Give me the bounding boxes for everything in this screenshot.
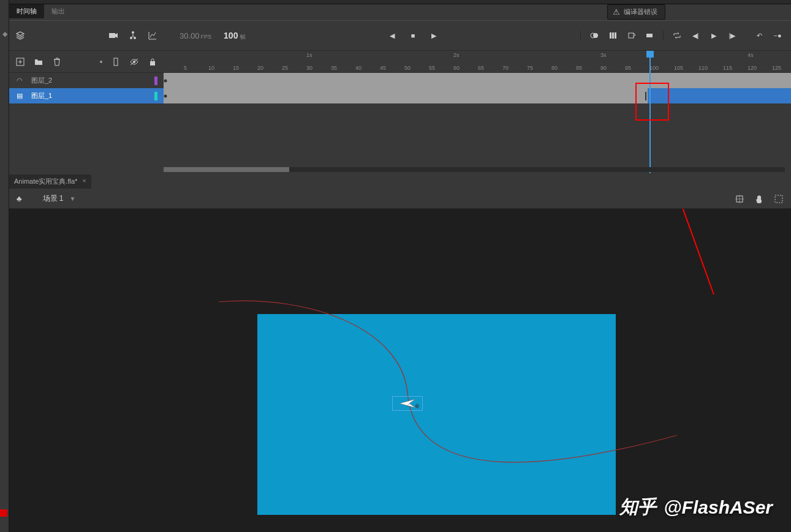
parenting-icon[interactable] bbox=[128, 31, 138, 40]
ruler-tick: 20 bbox=[257, 65, 263, 71]
ruler-tick: 35 bbox=[331, 65, 337, 71]
layer-row[interactable]: ▤图层_1 bbox=[9, 88, 164, 103]
compiler-errors-badge[interactable]: ⚠ 编译器错误 bbox=[607, 4, 665, 20]
stop-icon[interactable]: ■ bbox=[408, 31, 418, 40]
clip-stage-icon[interactable] bbox=[735, 194, 744, 204]
svg-rect-7 bbox=[612, 32, 614, 39]
ruler-tick: 50 bbox=[404, 65, 411, 71]
ruler-tick: 70 bbox=[502, 65, 509, 71]
ruler-second: 4s bbox=[747, 52, 754, 58]
document-tab[interactable]: Animate实用宝典.fla* × bbox=[9, 174, 91, 189]
reg-point-icon: ⊕ bbox=[415, 403, 420, 409]
ruler-second: 2s bbox=[453, 52, 460, 58]
svg-line-18 bbox=[659, 209, 714, 294]
svg-rect-9 bbox=[629, 33, 634, 38]
layer-color-swatch[interactable] bbox=[154, 92, 157, 100]
edit-scene-icon[interactable]: ♣ bbox=[17, 194, 22, 203]
panel-tabs: 时间轴 输出 ⚠ 编译器错误 bbox=[9, 4, 791, 20]
svg-point-1 bbox=[132, 31, 134, 34]
step-back-icon[interactable]: ◀| bbox=[691, 31, 700, 40]
marker-icon[interactable] bbox=[626, 31, 636, 40]
layer-color-swatch[interactable] bbox=[154, 77, 157, 85]
scene-label: 场景 1 bbox=[43, 193, 64, 204]
ruler-tick: 25 bbox=[282, 65, 288, 71]
step-fwd-icon[interactable]: |▶ bbox=[727, 31, 737, 40]
scrollbar-thumb[interactable] bbox=[164, 167, 289, 172]
ruler-tick: 95 bbox=[625, 65, 631, 71]
tool-slot[interactable]: ◆ bbox=[0, 24, 9, 43]
fps-display[interactable]: 30.00 FPS bbox=[180, 31, 211, 40]
fit-stage-icon[interactable] bbox=[774, 194, 784, 204]
layer-name[interactable]: 图层_1 bbox=[29, 91, 149, 100]
undo-icon[interactable]: ↶ bbox=[754, 31, 764, 40]
warning-icon: ⚠ bbox=[613, 7, 620, 17]
outline-icon[interactable] bbox=[111, 57, 121, 67]
chevron-down-icon: ▼ bbox=[70, 195, 76, 202]
timeline-scrollbar[interactable] bbox=[164, 167, 785, 172]
scene-bar: ♣ 场景 1 ▼ bbox=[9, 189, 791, 209]
tab-timeline[interactable]: 时间轴 bbox=[9, 4, 44, 18]
track-layer-2[interactable] bbox=[164, 73, 791, 88]
tab-output[interactable]: 输出 bbox=[44, 4, 72, 18]
layer-name[interactable]: 图层_2 bbox=[29, 76, 149, 85]
highlight-dot-icon[interactable] bbox=[100, 61, 102, 63]
ruler-tick: 5 bbox=[184, 65, 187, 71]
ruler-tick: 100 bbox=[649, 65, 659, 71]
scene-selector[interactable]: 场景 1 ▼ bbox=[43, 193, 76, 204]
svg-point-5 bbox=[593, 33, 598, 38]
camera-icon[interactable] bbox=[108, 31, 118, 40]
edit-multiple-icon[interactable] bbox=[608, 31, 618, 40]
layer-panel: ◠图层_2▤图层_1 bbox=[9, 51, 164, 173]
visibility-icon[interactable] bbox=[129, 57, 139, 67]
ruler-tick: 40 bbox=[355, 65, 361, 71]
prev-keyframe-icon[interactable]: ◀ bbox=[387, 31, 397, 40]
ruler-tick: 80 bbox=[551, 65, 558, 71]
svg-rect-15 bbox=[150, 61, 155, 66]
layer-type-icon: ▤ bbox=[15, 92, 24, 100]
frame-label: 帧 bbox=[240, 34, 246, 40]
frame-display[interactable]: 100 帧 bbox=[224, 31, 246, 41]
fill-color-swatch[interactable] bbox=[0, 509, 7, 517]
new-layer-icon[interactable] bbox=[15, 57, 25, 67]
ruler-tick: 45 bbox=[380, 65, 386, 71]
paper-plane-symbol[interactable]: ⊕ bbox=[392, 396, 423, 411]
ruler-tick: 55 bbox=[429, 65, 435, 71]
new-folder-icon[interactable] bbox=[34, 57, 44, 67]
svg-point-2 bbox=[130, 37, 132, 39]
watermark-handle: @FlashASer bbox=[664, 497, 773, 518]
ruler-tick: 125 bbox=[772, 65, 781, 71]
track-layer-1[interactable] bbox=[164, 88, 791, 103]
playhead-handle[interactable] bbox=[646, 51, 654, 58]
tools-panel[interactable]: ◆ bbox=[0, 0, 9, 532]
ruler-second: 3s bbox=[600, 52, 607, 58]
playhead[interactable] bbox=[649, 51, 651, 173]
layer-type-icon: ◠ bbox=[15, 77, 24, 84]
hand-tool-icon[interactable] bbox=[754, 194, 764, 204]
onion-skin-icon[interactable] bbox=[589, 31, 599, 40]
timeline-ruler[interactable]: 1s2s3s4s 5101520253035404550556065707580… bbox=[164, 51, 791, 73]
insert-frame-icon[interactable] bbox=[645, 31, 654, 40]
ruler-tick: 30 bbox=[306, 65, 312, 71]
menubar bbox=[9, 0, 791, 4]
zoom-out-icon[interactable]: −● bbox=[773, 31, 782, 40]
ruler-tick: 85 bbox=[576, 65, 582, 71]
loop-icon[interactable] bbox=[672, 31, 682, 40]
ruler-tick: 110 bbox=[698, 65, 708, 71]
layers-icon[interactable] bbox=[15, 31, 25, 40]
delete-layer-icon[interactable] bbox=[52, 57, 62, 67]
layer-row[interactable]: ◠图层_2 bbox=[9, 73, 164, 88]
stage-canvas[interactable] bbox=[257, 314, 616, 515]
next-keyframe-icon[interactable]: ▶ bbox=[429, 31, 439, 40]
play-icon[interactable]: ▶ bbox=[709, 31, 719, 40]
svg-point-3 bbox=[134, 37, 136, 39]
stage-area[interactable]: ⊕ 知乎 @FlashASer bbox=[9, 209, 791, 532]
watermark: 知乎 @FlashASer bbox=[619, 495, 773, 520]
watermark-logo: 知乎 bbox=[619, 495, 656, 520]
lock-icon[interactable] bbox=[148, 57, 157, 67]
graph-icon[interactable] bbox=[148, 31, 157, 40]
timeline-track-area[interactable]: 1s2s3s4s 5101520253035404550556065707580… bbox=[164, 51, 791, 173]
document-tab-label: Animate实用宝典.fla* bbox=[14, 177, 77, 186]
ruler-tick: 15 bbox=[233, 65, 239, 71]
ruler-tick: 75 bbox=[527, 65, 533, 71]
close-icon[interactable]: × bbox=[82, 177, 86, 186]
